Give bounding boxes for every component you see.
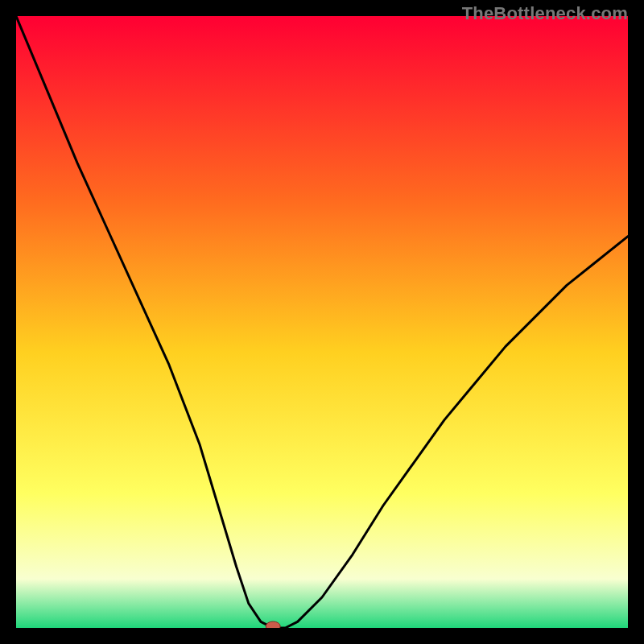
bottleneck-curve-chart	[16, 16, 628, 628]
watermark-text: TheBottleneck.com	[462, 3, 628, 24]
chart-frame: TheBottleneck.com	[0, 0, 644, 644]
plot-area	[16, 16, 628, 628]
gradient-background	[16, 16, 628, 628]
minimum-marker-dot	[266, 621, 280, 628]
